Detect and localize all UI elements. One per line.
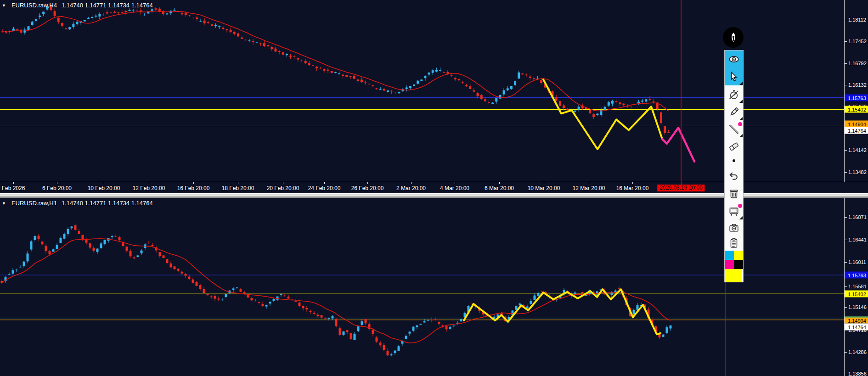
- candles-layer: [1, 3, 670, 135]
- color-swatch-grid: [725, 251, 743, 269]
- time-axis-label: 12 Mar 20:00: [573, 185, 605, 191]
- tool-projector[interactable]: [725, 202, 743, 220]
- time-tick: [324, 182, 325, 184]
- price-axis-label: 1.17452: [848, 39, 867, 44]
- price-marker-box: 1.14904: [845, 121, 868, 128]
- symbol-timeframe-label: EURUSD.raw,H1: [11, 200, 57, 207]
- projection-annotation[interactable]: [662, 128, 694, 162]
- color-swatch[interactable]: [725, 251, 734, 260]
- time-tick: [455, 182, 455, 184]
- chart-dropdown-icon[interactable]: ▼: [2, 3, 6, 8]
- pen-nib-icon: [727, 31, 740, 44]
- time-tick: [104, 182, 104, 184]
- tool-clipboard[interactable]: [725, 235, 743, 250]
- clipboard-icon: [728, 237, 740, 249]
- time-axis-label: 4 Mar 20:00: [440, 185, 469, 191]
- tool-trash[interactable]: [725, 185, 743, 202]
- time-axis-label: 10 Mar 20:00: [528, 185, 560, 191]
- trash-icon: [728, 188, 740, 200]
- pencil-icon: [728, 106, 740, 118]
- pink-dot-badge: [738, 204, 742, 208]
- tool-swatch-grid[interactable]: [725, 250, 743, 269]
- price-marker-box: 1.15402: [845, 291, 868, 297]
- chart-canvas[interactable]: [0, 198, 844, 376]
- time-tick: [13, 182, 14, 184]
- time-tick: [589, 182, 589, 184]
- submenu-corner-icon: [739, 117, 743, 120]
- mt4-window: ▼ EURUSD.raw,H4 1.14740 1.14771 1.14734 …: [0, 0, 868, 376]
- price-axis-label: 1.16441: [848, 237, 867, 242]
- tool-trendline[interactable]: [725, 121, 743, 138]
- dot-icon: [728, 155, 740, 167]
- chart-title-h4: ▼ EURUSD.raw,H4 1.14740 1.14771 1.14734 …: [2, 2, 153, 9]
- chart-canvas[interactable]: [0, 0, 844, 182]
- cursor-icon: [728, 71, 740, 83]
- time-tick: [57, 182, 57, 184]
- zigzag-annotation[interactable]: [464, 289, 660, 334]
- tool-swatch-yellow[interactable]: [725, 269, 743, 282]
- tool-eye[interactable]: [725, 51, 743, 68]
- eraser-icon: [728, 140, 740, 152]
- time-axis-label: 6 Mar 20:00: [485, 185, 514, 191]
- time-axis-label: 12 Feb 20:00: [133, 185, 165, 191]
- chart-title-h1: ▼ EURUSD.raw,H1 1.14740 1.14771 1.14734 …: [2, 200, 153, 207]
- price-axis-label: 1.15146: [848, 304, 867, 310]
- drawing-toolbar: [725, 51, 743, 282]
- camera-icon: [728, 222, 740, 234]
- submenu-corner-icon: [739, 82, 743, 85]
- price-axis-label: 1.16792: [848, 61, 867, 66]
- price-axis-label: 1.18112: [848, 17, 866, 22]
- time-tick: [499, 182, 500, 184]
- price-axis-label: 1.13856: [848, 371, 867, 376]
- tool-stopwatch-off[interactable]: [725, 85, 743, 103]
- symbol-timeframe-label: EURUSD.raw,H4: [11, 2, 57, 9]
- pen-tool-button[interactable]: [723, 27, 744, 48]
- time-axis-label: Feb 2026: [2, 185, 25, 191]
- color-swatch[interactable]: [725, 260, 734, 269]
- time-axis-label: 6 Feb 20:00: [42, 185, 72, 191]
- price-marker-box: 1.14764: [845, 127, 868, 134]
- submenu-corner-icon: [739, 100, 743, 103]
- time-tick: [283, 182, 283, 184]
- time-axis-label: 2 Mar 20:00: [396, 185, 426, 191]
- candles-layer: [1, 224, 672, 356]
- chart-dropdown-icon[interactable]: ▼: [2, 201, 6, 206]
- price-marker-box: 1.15402: [845, 106, 868, 113]
- price-axis-label: 1.14142: [848, 147, 867, 153]
- price-axis-label: 1.15581: [848, 284, 867, 289]
- tool-pencil[interactable]: [725, 103, 743, 121]
- tool-camera[interactable]: [725, 220, 743, 235]
- submenu-corner-icon: [739, 134, 743, 137]
- color-swatch[interactable]: [734, 260, 743, 269]
- ohlc-values: 1.14740 1.14771 1.14734 1.14764: [62, 200, 153, 207]
- time-tick: [238, 182, 238, 184]
- ohlc-values: 1.14740 1.14771 1.14734 1.14764: [62, 2, 153, 9]
- time-axis-label: 18 Feb 20:00: [222, 185, 254, 191]
- vline-date-badge: 2026.03.19 20:00: [657, 185, 705, 191]
- tool-cursor[interactable]: [725, 68, 743, 85]
- price-axis-label: 1.13482: [848, 169, 867, 175]
- time-tick: [544, 182, 544, 184]
- tool-undo[interactable]: [725, 166, 743, 185]
- stopwatch-off-icon: [728, 89, 740, 101]
- time-tick: [367, 182, 368, 184]
- time-axis-label: 16 Feb 20:00: [177, 185, 210, 191]
- time-tick: [149, 182, 149, 184]
- chart-panel-h4[interactable]: ▼ EURUSD.raw,H4 1.14740 1.14771 1.14734 …: [0, 0, 844, 182]
- chart-panel-h1[interactable]: ▼ EURUSD.raw,H1 1.14740 1.14771 1.14734 …: [0, 198, 844, 376]
- color-swatch[interactable]: [734, 251, 743, 260]
- price-marker-box: 1.15763: [845, 272, 868, 279]
- time-tick: [193, 182, 194, 184]
- tool-dot[interactable]: [725, 155, 743, 166]
- price-axis-label: 1.16011: [848, 259, 866, 265]
- price-axis-label: 1.16132: [848, 82, 867, 88]
- time-axis-label: 10 Feb 20:00: [88, 185, 120, 191]
- horizontal-lines: [0, 275, 844, 320]
- time-axis-label: 20 Feb 20:00: [267, 185, 299, 191]
- undo-icon: [728, 170, 740, 182]
- time-axis-label: 24 Feb 20:00: [308, 185, 341, 191]
- price-marker-box: 1.15763: [845, 95, 868, 101]
- price-axis-label: 1.14286: [848, 349, 867, 355]
- tool-eraser[interactable]: [725, 138, 743, 155]
- horizontal-lines: [0, 97, 844, 126]
